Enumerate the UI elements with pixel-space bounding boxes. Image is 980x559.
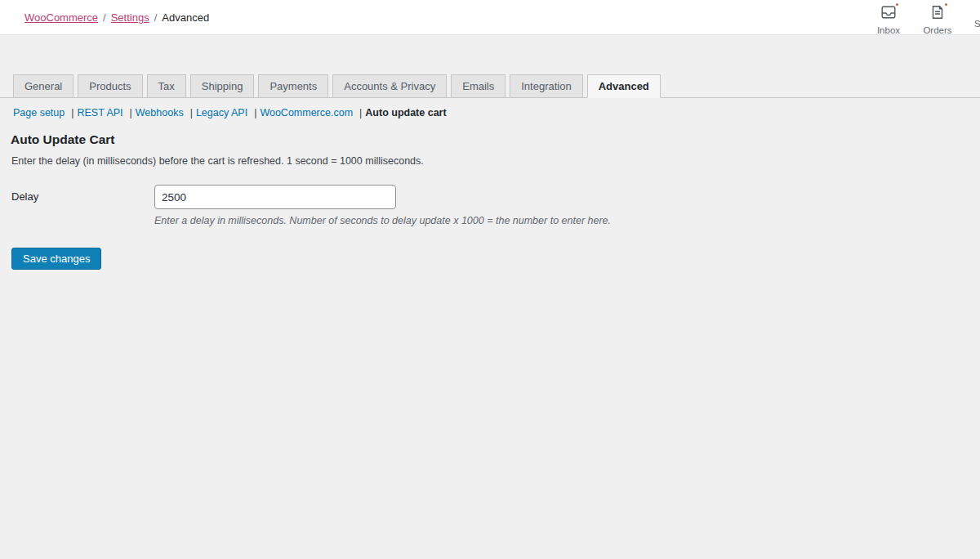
subnav-separator: | [254, 107, 256, 119]
tab-payments[interactable]: Payments [258, 74, 328, 97]
top-header-bar: WooCommerce/Settings/Advanced Inbox Orde… [0, 0, 980, 35]
breadcrumb-link-settings[interactable]: Settings [111, 11, 149, 24]
delay-help-text: Enter a delay in milliseconds. Number of… [154, 215, 611, 226]
orders-unread-dot [943, 2, 949, 7]
delay-input[interactable] [154, 185, 396, 209]
breadcrumb-separator: / [103, 11, 106, 24]
tab-general[interactable]: General [13, 74, 74, 97]
tab-emails[interactable]: Emails [451, 74, 506, 97]
subnav-link-webhooks[interactable]: Webhooks [136, 107, 184, 119]
section-description: Enter the delay (in milliseconds) before… [11, 155, 980, 167]
inbox-button[interactable]: Inbox [864, 4, 913, 35]
breadcrumb-link-woocommerce[interactable]: WooCommerce [24, 11, 98, 24]
settings-tabs: General Products Tax Shipping Payments A… [0, 74, 980, 98]
orders-label: Orders [913, 25, 962, 35]
subnav-link-legacy-api[interactable]: Legacy API [196, 107, 247, 119]
advanced-subnav: Page setup|REST API|Webhooks|Legacy API|… [13, 107, 980, 119]
tab-accounts-privacy[interactable]: Accounts & Privacy [332, 74, 447, 97]
settings-page: General Products Tax Shipping Payments A… [0, 36, 980, 559]
delay-field-row: Delay Enter a delay in milliseconds. Num… [0, 185, 980, 226]
subnav-separator: | [359, 107, 362, 119]
breadcrumb-current-page: Advanced [162, 11, 209, 24]
subnav-separator: | [130, 107, 132, 119]
subnav-separator: | [190, 107, 193, 119]
tab-shipping[interactable]: Shipping [190, 74, 255, 97]
inbox-icon [880, 4, 897, 20]
subnav-separator: | [71, 107, 74, 119]
delay-field-label: Delay [11, 185, 154, 226]
clipped-nav-item[interactable]: S [974, 19, 980, 29]
submit-row: Save changes [11, 248, 980, 270]
subnav-link-rest-api[interactable]: REST API [78, 107, 123, 119]
tab-products[interactable]: Products [78, 74, 142, 97]
tab-integration[interactable]: Integration [510, 74, 582, 97]
subnav-link-page-setup[interactable]: Page setup [13, 107, 65, 119]
breadcrumb-separator: / [154, 11, 158, 24]
page-title: Auto Update Cart [11, 132, 980, 147]
orders-button[interactable]: Orders [913, 4, 962, 35]
tab-advanced[interactable]: Advanced [587, 74, 661, 98]
breadcrumb: WooCommerce/Settings/Advanced [24, 0, 209, 35]
subnav-current-auto-update-cart: Auto update cart [365, 107, 446, 119]
orders-icon [929, 4, 946, 20]
tab-tax[interactable]: Tax [147, 74, 186, 97]
inbox-label: Inbox [864, 25, 913, 35]
save-changes-button[interactable]: Save changes [11, 248, 101, 270]
inbox-unread-dot [894, 2, 900, 7]
subnav-link-woocommerce-com[interactable]: WooCommerce.com [260, 107, 353, 119]
